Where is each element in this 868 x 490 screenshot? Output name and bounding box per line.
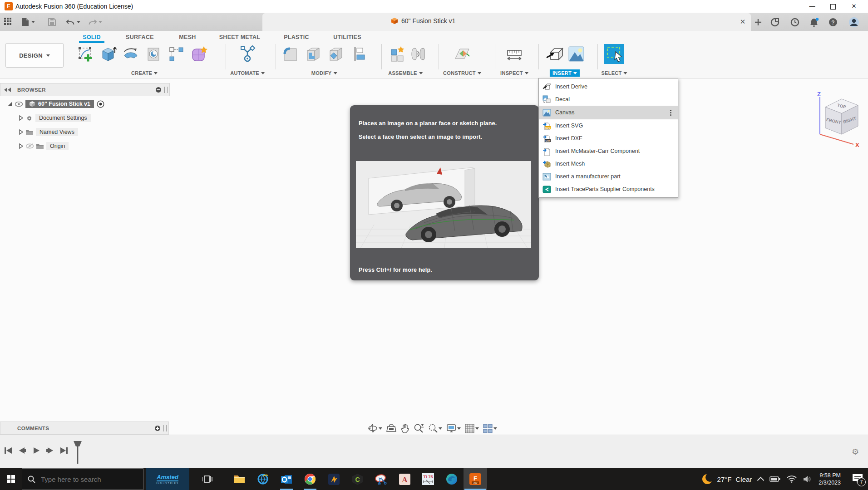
tab-plastic[interactable]: PLASTIC: [284, 34, 309, 40]
taskbar-search-box[interactable]: [22, 468, 143, 490]
timeline-step-back-button[interactable]: [17, 445, 28, 456]
create-form-button[interactable]: [188, 43, 209, 65]
undo-button[interactable]: [64, 16, 83, 28]
document-tab-close-button[interactable]: ✕: [737, 17, 748, 27]
grid-snap-button[interactable]: [464, 423, 480, 434]
group-select-dropdown[interactable]: SELECT: [598, 69, 630, 77]
orbit-button[interactable]: [367, 422, 383, 434]
timeline-settings-gear-icon[interactable]: ⚙: [852, 447, 859, 457]
fillet-button[interactable]: [280, 43, 301, 65]
snipping-tool-button[interactable]: [369, 468, 393, 490]
taskbar-weather-button[interactable]: 27°F Clear: [701, 473, 752, 485]
restore-button[interactable]: [823, 0, 843, 13]
file-menu-button[interactable]: [19, 16, 37, 28]
group-construct-dropdown[interactable]: CONSTRUCT: [440, 69, 484, 77]
look-at-button[interactable]: [385, 423, 397, 434]
profile-avatar[interactable]: [847, 16, 861, 28]
measure-button[interactable]: [504, 43, 525, 65]
save-button[interactable]: [45, 16, 58, 28]
browser-item-named-views[interactable]: Named Views: [19, 127, 78, 137]
tray-expand-chevron-icon[interactable]: [757, 476, 764, 484]
menu-item-insert-manufacturer-part[interactable]: Insert a manufacturer part: [539, 170, 678, 183]
split-body-button[interactable]: [348, 43, 369, 65]
add-comment-button[interactable]: [154, 425, 161, 431]
timeline-go-to-start-button[interactable]: [3, 445, 14, 456]
browser-root-chip[interactable]: 60" Fusion Stick v1: [25, 100, 94, 108]
browser-item-origin[interactable]: Origin: [19, 141, 69, 151]
edge-button[interactable]: [440, 468, 464, 490]
timeline-play-button[interactable]: [31, 445, 42, 456]
taskbar-app-c-button[interactable]: C: [345, 468, 369, 490]
tl75-app-button[interactable]: TL75: [416, 468, 440, 490]
menu-item-insert-mcmaster[interactable]: Insert McMaster-Carr Component: [539, 145, 678, 157]
joint-button[interactable]: [408, 43, 429, 65]
tab-sheet-metal[interactable]: SHEET METAL: [219, 34, 261, 40]
expand-closed-icon[interactable]: [19, 129, 23, 135]
visibility-off-eye-icon[interactable]: [26, 143, 34, 149]
tab-mesh[interactable]: MESH: [179, 34, 196, 40]
activate-component-radio[interactable]: [97, 100, 104, 108]
insert-derive-button[interactable]: [544, 43, 565, 65]
tab-utilities[interactable]: UTILITIES: [333, 34, 361, 40]
expand-closed-icon[interactable]: [19, 143, 23, 149]
job-status-button[interactable]: [788, 16, 802, 28]
action-center-button[interactable]: 7: [852, 473, 863, 485]
document-tab[interactable]: 60" Fusion Stick v1 ✕: [262, 13, 751, 31]
timeline-marker-handle[interactable]: [73, 441, 83, 464]
visibility-eye-icon[interactable]: [15, 102, 23, 107]
group-create-dropdown[interactable]: CREATE: [128, 69, 160, 77]
group-inspect-dropdown[interactable]: INSPECT: [498, 69, 531, 77]
automate-script-button[interactable]: [237, 43, 258, 65]
select-button[interactable]: [604, 43, 625, 65]
browser-item-document-settings[interactable]: Document Settings: [19, 113, 91, 123]
volume-icon[interactable]: [803, 475, 812, 483]
taskbar-app-orange-arrow-button[interactable]: [322, 468, 345, 490]
shell-button[interactable]: [302, 43, 323, 65]
fusion-360-taskbar-button[interactable]: F360: [464, 468, 487, 490]
group-automate-dropdown[interactable]: AUTOMATE: [227, 69, 267, 77]
panel-minus-button[interactable]: [155, 87, 162, 93]
hole-button[interactable]: [143, 43, 164, 65]
menu-item-canvas[interactable]: Canvas: [539, 106, 678, 119]
construct-plane-button[interactable]: [452, 43, 473, 65]
task-view-button[interactable]: [196, 468, 219, 490]
menu-item-insert-svg[interactable]: SVG Insert SVG: [539, 119, 678, 132]
menu-item-insert-derive[interactable]: Insert Derive: [539, 80, 678, 93]
pattern-button[interactable]: [166, 43, 187, 65]
fit-button[interactable]: [427, 422, 443, 434]
expand-closed-icon[interactable]: [19, 115, 23, 121]
autocad-button[interactable]: A: [393, 468, 416, 490]
file-explorer-button[interactable]: [227, 468, 251, 490]
view-cube[interactable]: Z X TOP FRONT RIGHT: [814, 90, 863, 147]
panel-grip-handle[interactable]: [163, 425, 167, 431]
viewports-button[interactable]: [482, 423, 498, 434]
search-input[interactable]: [40, 475, 128, 484]
group-modify-dropdown[interactable]: MODIFY: [309, 69, 340, 77]
taskbar-amsted-button[interactable]: Amsted INDUSTRIES: [146, 468, 189, 490]
chrome-button[interactable]: [298, 468, 322, 490]
pan-button[interactable]: [399, 423, 410, 434]
browser-header[interactable]: BROWSER: [0, 83, 170, 96]
tab-solid[interactable]: SOLID: [83, 34, 101, 40]
help-button[interactable]: ?: [826, 16, 840, 28]
extensions-button[interactable]: [768, 16, 782, 28]
group-assemble-dropdown[interactable]: ASSEMBLE: [385, 69, 425, 77]
design-workspace-dropdown[interactable]: DESIGN: [5, 43, 64, 68]
browser-root-row[interactable]: 60" Fusion Stick v1: [7, 99, 104, 109]
comments-header[interactable]: COMMENTS: [0, 421, 169, 435]
internet-explorer-button[interactable]: [251, 468, 275, 490]
new-tab-button[interactable]: [751, 16, 765, 28]
expand-open-icon[interactable]: [7, 102, 12, 107]
notifications-button[interactable]: [807, 16, 821, 28]
menu-item-decal[interactable]: Decal: [539, 93, 678, 106]
app-grid-button[interactable]: [2, 16, 15, 28]
battery-icon[interactable]: [769, 476, 780, 482]
create-sketch-button[interactable]: [75, 43, 96, 65]
menu-item-insert-mesh[interactable]: Insert Mesh: [539, 157, 678, 170]
combine-button[interactable]: [325, 43, 346, 65]
minimize-button[interactable]: —: [802, 0, 823, 13]
outlook-button[interactable]: [275, 468, 298, 490]
zoom-button[interactable]: [413, 422, 424, 434]
group-insert-dropdown[interactable]: INSERT: [550, 69, 580, 77]
insert-canvas-button[interactable]: [566, 43, 587, 65]
